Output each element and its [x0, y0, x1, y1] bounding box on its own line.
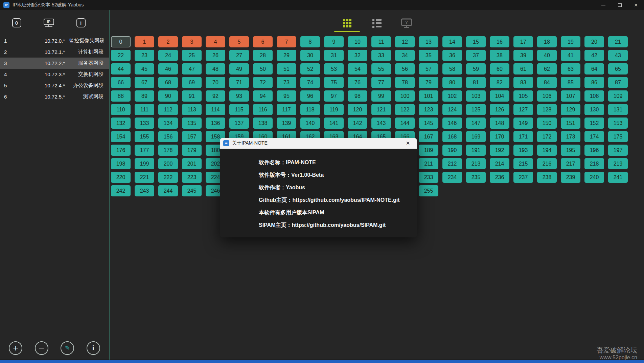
- ip-tile-235[interactable]: 235: [466, 172, 486, 183]
- segment-row[interactable]: 110.72.0.*监控摄像头网段: [0, 35, 109, 46]
- ip-tile-201[interactable]: 201: [182, 158, 202, 169]
- ip-tile-198[interactable]: 198: [111, 158, 131, 169]
- ip-tile-32[interactable]: 32: [348, 50, 367, 61]
- ip-tile-243[interactable]: 243: [135, 185, 154, 196]
- ip-tile-37[interactable]: 37: [466, 50, 486, 61]
- ip-tile-75[interactable]: 75: [324, 77, 344, 88]
- ip-tile-215[interactable]: 215: [513, 158, 533, 169]
- ip-tile-73[interactable]: 73: [277, 77, 296, 88]
- segment-row[interactable]: 510.72.4.*办公设备网段: [0, 80, 109, 91]
- ip-tile-195[interactable]: 195: [561, 145, 580, 156]
- ip-tile-62[interactable]: 62: [537, 63, 557, 74]
- ip-tile-21[interactable]: 21: [608, 36, 628, 47]
- ip-tile-150[interactable]: 150: [537, 118, 557, 129]
- segment-row[interactable]: 410.72.3.*交换机网段: [0, 69, 109, 80]
- ip-tile-113[interactable]: 113: [182, 104, 202, 115]
- ip-tile-17[interactable]: 17: [513, 36, 533, 47]
- ip-tile-93[interactable]: 93: [229, 90, 249, 102]
- dialog-close-button[interactable]: ✕: [404, 138, 412, 149]
- ip-tile-55[interactable]: 55: [371, 63, 391, 74]
- ip-tile-68[interactable]: 68: [158, 77, 178, 88]
- tab-help-view[interactable]: ?: [393, 10, 420, 36]
- ip-tile-94[interactable]: 94: [253, 90, 273, 102]
- ip-tile-57[interactable]: 57: [419, 63, 438, 74]
- ip-tile-172[interactable]: 172: [537, 131, 557, 142]
- ip-tile-85[interactable]: 85: [561, 77, 580, 88]
- ip-tile-46[interactable]: 46: [158, 63, 178, 74]
- ip-tile-5[interactable]: 5: [229, 36, 249, 47]
- ip-tile-70[interactable]: 70: [206, 77, 225, 88]
- ip-tile-134[interactable]: 134: [158, 118, 178, 129]
- ip-tile-131[interactable]: 131: [608, 104, 628, 115]
- ip-tile-177[interactable]: 177: [135, 145, 154, 156]
- ip-tile-24[interactable]: 24: [158, 50, 178, 61]
- ip-tile-234[interactable]: 234: [442, 172, 462, 183]
- ip-tile-31[interactable]: 31: [324, 50, 344, 61]
- ip-tile-91[interactable]: 91: [182, 90, 202, 102]
- ip-tile-176[interactable]: 176: [111, 145, 131, 156]
- ip-tile-157[interactable]: 157: [182, 131, 202, 142]
- segment-row[interactable]: 210.72.1.*计算机网段: [0, 46, 109, 58]
- ip-tile-90[interactable]: 90: [158, 90, 178, 102]
- close-button[interactable]: ✕: [628, 0, 644, 10]
- ip-tile-126[interactable]: 126: [490, 104, 509, 115]
- ip-tile-53[interactable]: 53: [324, 63, 344, 74]
- ip-tile-22[interactable]: 22: [111, 50, 131, 61]
- ip-tile-123[interactable]: 123: [419, 104, 438, 115]
- ip-tile-244[interactable]: 244: [158, 185, 178, 196]
- ip-tile-106[interactable]: 106: [537, 90, 557, 102]
- ip-tile-25[interactable]: 25: [182, 50, 202, 61]
- ip-tile-61[interactable]: 61: [513, 63, 533, 74]
- ip-tile-1[interactable]: 1: [135, 36, 154, 47]
- ip-tile-196[interactable]: 196: [584, 145, 604, 156]
- ip-tile-130[interactable]: 130: [584, 104, 604, 115]
- info-panel-icon[interactable]: i: [75, 17, 87, 28]
- ip-tile-66[interactable]: 66: [111, 77, 131, 88]
- ip-tile-192[interactable]: 192: [490, 145, 509, 156]
- ip-tile-241[interactable]: 241: [608, 172, 628, 183]
- ip-tile-51[interactable]: 51: [277, 63, 296, 74]
- ip-tile-122[interactable]: 122: [395, 104, 415, 115]
- ip-tile-12[interactable]: 12: [395, 36, 415, 47]
- ip-tile-174[interactable]: 174: [584, 131, 604, 142]
- ip-tile-108[interactable]: 108: [584, 90, 604, 102]
- ip-tile-128[interactable]: 128: [537, 104, 557, 115]
- ip-tile-140[interactable]: 140: [300, 118, 320, 129]
- ip-tile-133[interactable]: 133: [135, 118, 154, 129]
- ip-tile-30[interactable]: 30: [300, 50, 320, 61]
- ip-tile-100[interactable]: 100: [395, 90, 415, 102]
- ip-tile-95[interactable]: 95: [277, 90, 296, 102]
- ip-tile-84[interactable]: 84: [537, 77, 557, 88]
- remove-segment-button[interactable]: −: [35, 341, 48, 355]
- ip-tile-105[interactable]: 105: [513, 90, 533, 102]
- ip-tile-190[interactable]: 190: [442, 145, 462, 156]
- ip-tile-116[interactable]: 116: [253, 104, 273, 115]
- ip-tile-18[interactable]: 18: [537, 36, 557, 47]
- ip-tile-145[interactable]: 145: [419, 118, 438, 129]
- ip-tile-170[interactable]: 170: [490, 131, 509, 142]
- ip-tile-178[interactable]: 178: [158, 145, 178, 156]
- ip-tile-27[interactable]: 27: [229, 50, 249, 61]
- ip-tile-118[interactable]: 118: [300, 104, 320, 115]
- ip-tile-137[interactable]: 137: [229, 118, 249, 129]
- ip-tile-155[interactable]: 155: [135, 131, 154, 142]
- ip-tile-10[interactable]: 10: [348, 36, 367, 47]
- segment-zero-icon[interactable]: 0: [11, 17, 22, 28]
- ip-tile-141[interactable]: 141: [324, 118, 344, 129]
- ip-tile-115[interactable]: 115: [229, 104, 249, 115]
- ip-tile-189[interactable]: 189: [419, 145, 438, 156]
- ip-tile-72[interactable]: 72: [253, 77, 273, 88]
- ip-tile-96[interactable]: 96: [300, 90, 320, 102]
- ip-tile-220[interactable]: 220: [111, 172, 131, 183]
- ip-tile-98[interactable]: 98: [348, 90, 367, 102]
- ip-tile-35[interactable]: 35: [419, 50, 438, 61]
- ip-tile-242[interactable]: 242: [111, 185, 131, 196]
- ip-tile-83[interactable]: 83: [513, 77, 533, 88]
- ip-tile-82[interactable]: 82: [490, 77, 509, 88]
- ip-tile-8[interactable]: 8: [300, 36, 320, 47]
- ip-tile-44[interactable]: 44: [111, 63, 131, 74]
- ip-tile-59[interactable]: 59: [466, 63, 486, 74]
- ip-tile-193[interactable]: 193: [513, 145, 533, 156]
- ip-tile-107[interactable]: 107: [561, 90, 580, 102]
- segment-row[interactable]: 310.72.2.*服务器网段: [0, 58, 109, 69]
